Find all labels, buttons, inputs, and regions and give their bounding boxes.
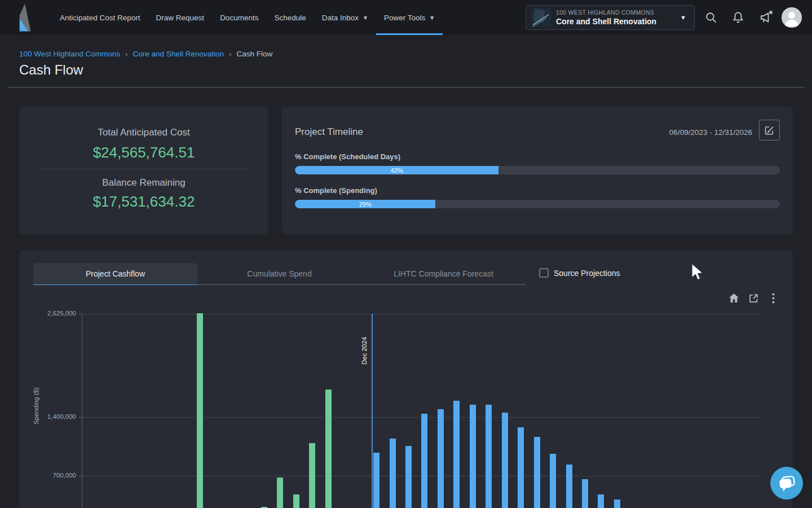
chart-menu-button[interactable] <box>767 292 779 304</box>
bar-actual-spend[interactable] <box>309 443 315 508</box>
progress-value: 42% <box>391 167 403 174</box>
project-thumbnail <box>532 8 551 27</box>
chart-tabs: Project CashflowCumulative SpendLIHTC Co… <box>33 263 526 284</box>
nav-item-schedule[interactable]: Schedule <box>266 0 314 35</box>
page-title: Cash Flow <box>19 62 83 78</box>
bar-projected-spend[interactable] <box>582 479 588 508</box>
cash-flow-page: Anticipated Cost ReportDraw RequestDocum… <box>0 0 812 508</box>
nav-item-power-tools[interactable]: Power Tools▼ <box>376 0 443 35</box>
timeline-header: Project Timeline 06/09/2023 - 12/31/2026 <box>295 124 780 141</box>
balance-remaining-label: Balance Remaining <box>19 177 268 189</box>
progress-label: % Complete (Scheduled Days) <box>295 152 780 161</box>
home-icon <box>729 294 739 303</box>
chat-launcher-button[interactable] <box>770 467 803 500</box>
logo-sail-icon <box>16 3 36 32</box>
tab-lihtc-compliance-forecast[interactable]: LIHTC Compliance Forecast <box>361 263 526 284</box>
total-anticipated-cost-value: $24,565,764.51 <box>19 144 268 161</box>
project-name: 100 WEST HIGHLAND COMMONS <box>556 9 673 16</box>
edit-timeline-button[interactable] <box>759 120 780 141</box>
bar-projected-spend[interactable] <box>453 401 460 508</box>
nav-menu: Anticipated Cost ReportDraw RequestDocum… <box>52 0 443 35</box>
search-button[interactable] <box>700 7 722 28</box>
source-projections-toggle: Source Projections <box>539 268 620 278</box>
progress-track: 29% <box>295 200 780 208</box>
bar-projected-spend[interactable] <box>390 439 396 508</box>
bar-projected-spend[interactable] <box>502 413 508 508</box>
nav-item-label: Documents <box>220 14 258 22</box>
bar-actual-spend[interactable] <box>325 389 332 508</box>
source-projections-checkbox[interactable] <box>539 268 549 278</box>
balance-remaining-value: $17,531,634.32 <box>19 193 268 211</box>
search-icon <box>705 11 717 24</box>
notifications-button[interactable] <box>727 7 749 28</box>
bar-projected-spend[interactable] <box>614 500 620 508</box>
progress-value: 29% <box>359 201 372 208</box>
summary-divider <box>38 169 249 169</box>
bar-projected-spend[interactable] <box>421 414 427 508</box>
nav-item-label: Schedule <box>274 14 306 22</box>
person-icon <box>782 7 802 28</box>
source-projections-label: Source Projections <box>554 269 620 278</box>
user-avatar[interactable] <box>782 7 802 28</box>
nav-item-anticipated-cost-report[interactable]: Anticipated Cost Report <box>52 0 148 35</box>
timeline-date-range: 06/09/2023 - 12/31/2026 <box>669 128 752 137</box>
bar-projected-spend[interactable] <box>405 446 412 508</box>
chevron-down-icon: ▼ <box>429 15 435 21</box>
kebab-menu-icon <box>772 293 775 304</box>
app-logo[interactable] <box>0 0 52 35</box>
nav-item-documents[interactable]: Documents <box>212 0 266 35</box>
bar-projected-spend[interactable] <box>534 437 540 508</box>
chat-icon <box>778 474 796 492</box>
project-phase: Core and Shell Renovation <box>556 17 673 26</box>
progress-list: % Complete (Scheduled Days)42%% Complete… <box>295 152 780 208</box>
project-selector-texts: 100 WEST HIGHLAND COMMONS Core and Shell… <box>556 9 673 26</box>
bar-projected-spend[interactable] <box>438 409 444 508</box>
tab-cumulative-spend[interactable]: Cumulative Spend <box>197 263 361 284</box>
nav-item-draw-request[interactable]: Draw Request <box>148 0 213 35</box>
progress-fill: 42% <box>295 166 498 174</box>
progress-block--complete-scheduled-days-: % Complete (Scheduled Days)42% <box>295 152 780 174</box>
nav-item-label: Anticipated Cost Report <box>60 14 140 22</box>
edit-icon <box>765 125 774 135</box>
project-timeline-card: Project Timeline 06/09/2023 - 12/31/2026… <box>282 107 793 234</box>
project-selector[interactable]: 100 WEST HIGHLAND COMMONS Core and Shell… <box>526 5 695 30</box>
tab-project-cashflow[interactable]: Project Cashflow <box>33 263 197 284</box>
bar-projected-spend[interactable] <box>470 405 476 508</box>
bar-projected-spend[interactable] <box>518 427 524 508</box>
bar-projected-spend[interactable] <box>373 453 379 508</box>
bar-actual-spend[interactable] <box>277 478 283 508</box>
breadcrumb: 100 West Highland Commons›Core and Shell… <box>19 50 272 58</box>
chevron-down-icon: ▼ <box>363 15 368 21</box>
bar-actual-spend[interactable] <box>197 313 203 508</box>
title-divider <box>7 87 805 88</box>
cost-summary-card: Total Anticipated Cost $24,565,764.51 Ba… <box>19 107 268 234</box>
timeline-title: Project Timeline <box>295 126 363 138</box>
breadcrumb-current: Cash Flow <box>236 50 272 58</box>
timeline-header-right: 06/09/2023 - 12/31/2026 <box>669 124 780 141</box>
chart-export-button[interactable] <box>747 292 760 304</box>
progress-block--complete-spending-: % Complete (Spending)29% <box>295 186 780 208</box>
bell-icon <box>732 11 744 24</box>
bar-projected-spend[interactable] <box>486 405 492 508</box>
bar-projected-spend[interactable] <box>550 454 556 508</box>
bar-projected-spend[interactable] <box>566 465 572 508</box>
nav-item-label: Draw Request <box>156 14 205 22</box>
announcements-button[interactable] <box>754 7 776 28</box>
progress-label: % Complete (Spending) <box>295 186 780 195</box>
breadcrumb-link-core-and-shell-renovation[interactable]: Core and Shell Renovation <box>133 50 224 58</box>
top-nav: Anticipated Cost ReportDraw RequestDocum… <box>0 0 812 35</box>
nav-item-label: Data Inbox <box>322 14 359 22</box>
nav-item-data-inbox[interactable]: Data Inbox▼ <box>314 0 376 35</box>
open-in-new-icon <box>749 294 758 303</box>
announcement-badge <box>769 11 773 14</box>
bar-projected-spend[interactable] <box>598 494 604 508</box>
mouse-cursor <box>690 263 704 281</box>
nav-item-label: Power Tools <box>384 14 425 22</box>
breadcrumb-link-100-west-highland-commons[interactable]: 100 West Highland Commons <box>19 50 120 58</box>
chart-home-button[interactable] <box>727 292 740 304</box>
breadcrumb-separator: › <box>229 50 232 58</box>
progress-fill: 29% <box>295 200 435 208</box>
progress-track: 42% <box>295 166 780 174</box>
nav-right-cluster: 100 WEST HIGHLAND COMMONS Core and Shell… <box>526 0 812 35</box>
bar-actual-spend[interactable] <box>293 494 299 508</box>
